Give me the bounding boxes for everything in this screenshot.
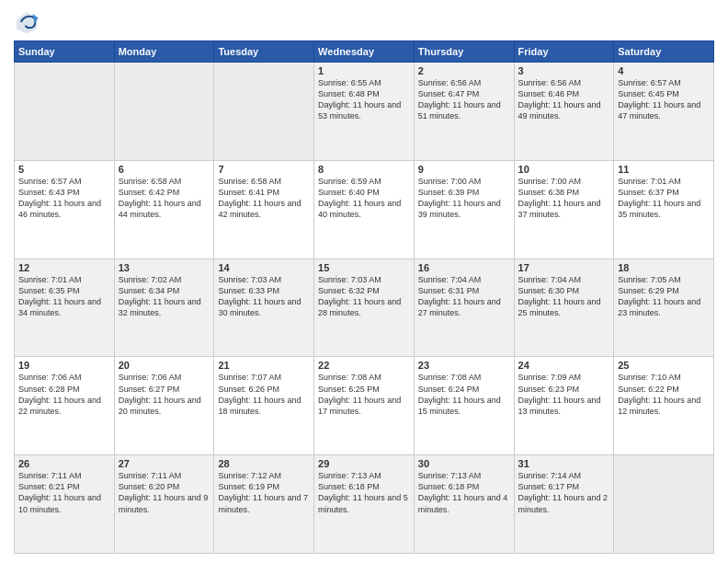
day-cell: 26 Sunrise: 7:11 AMSunset: 6:21 PMDaylig… (15, 455, 115, 554)
day-cell: 3 Sunrise: 6:56 AMSunset: 6:46 PMDayligh… (514, 63, 614, 161)
day-cell: 15 Sunrise: 7:03 AMSunset: 6:32 PMDaylig… (314, 259, 415, 357)
day-cell: 22 Sunrise: 7:08 AMSunset: 6:25 PMDaylig… (314, 357, 415, 455)
day-number: 14 (218, 262, 310, 273)
day-info: Sunrise: 7:05 AMSunset: 6:29 PMDaylight:… (618, 274, 710, 319)
day-number: 13 (119, 262, 210, 273)
day-number: 11 (618, 164, 710, 175)
day-number: 15 (318, 262, 410, 273)
logo-icon (14, 9, 40, 35)
day-info: Sunrise: 7:11 AMSunset: 6:20 PMDaylight:… (119, 470, 210, 515)
weekday-header-thursday: Thursday (414, 41, 514, 63)
weekday-header-friday: Friday (514, 41, 614, 63)
day-info: Sunrise: 6:56 AMSunset: 6:47 PMDaylight:… (418, 77, 510, 122)
day-info: Sunrise: 6:57 AMSunset: 6:45 PMDaylight:… (618, 77, 710, 122)
day-info: Sunrise: 7:11 AMSunset: 6:21 PMDaylight:… (18, 470, 110, 515)
day-number: 20 (119, 360, 210, 371)
weekday-header-sunday: Sunday (15, 41, 115, 63)
day-info: Sunrise: 7:14 AMSunset: 6:17 PMDaylight:… (518, 470, 610, 515)
day-number: 23 (418, 360, 510, 371)
day-cell: 28 Sunrise: 7:12 AMSunset: 6:19 PMDaylig… (214, 455, 314, 554)
day-info: Sunrise: 7:13 AMSunset: 6:18 PMDaylight:… (318, 470, 410, 515)
day-number: 27 (119, 458, 210, 469)
day-number: 10 (518, 164, 610, 175)
day-cell: 30 Sunrise: 7:13 AMSunset: 6:18 PMDaylig… (414, 455, 514, 554)
week-row-0: 1 Sunrise: 6:55 AMSunset: 6:48 PMDayligh… (15, 63, 714, 161)
day-cell: 25 Sunrise: 7:10 AMSunset: 6:22 PMDaylig… (614, 357, 714, 455)
day-info: Sunrise: 7:00 AMSunset: 6:38 PMDaylight:… (518, 176, 610, 221)
day-info: Sunrise: 7:01 AMSunset: 6:37 PMDaylight:… (618, 176, 710, 221)
day-cell (614, 455, 714, 554)
day-number: 8 (318, 164, 410, 175)
day-cell: 1 Sunrise: 6:55 AMSunset: 6:48 PMDayligh… (314, 63, 415, 161)
day-cell: 20 Sunrise: 7:06 AMSunset: 6:27 PMDaylig… (114, 357, 214, 455)
day-number: 29 (318, 458, 410, 469)
day-info: Sunrise: 6:55 AMSunset: 6:48 PMDaylight:… (318, 77, 410, 122)
day-cell: 4 Sunrise: 6:57 AMSunset: 6:45 PMDayligh… (614, 63, 714, 161)
logo (14, 9, 43, 35)
day-number: 28 (218, 458, 310, 469)
weekday-header-saturday: Saturday (614, 41, 714, 63)
day-info: Sunrise: 7:04 AMSunset: 6:31 PMDaylight:… (418, 274, 510, 319)
day-cell (214, 63, 314, 161)
day-info: Sunrise: 6:58 AMSunset: 6:42 PMDaylight:… (119, 176, 210, 221)
day-cell: 11 Sunrise: 7:01 AMSunset: 6:37 PMDaylig… (614, 160, 714, 259)
day-number: 3 (518, 65, 610, 76)
day-info: Sunrise: 7:13 AMSunset: 6:18 PMDaylight:… (418, 470, 510, 515)
day-number: 16 (418, 262, 510, 273)
day-number: 7 (218, 164, 310, 175)
day-number: 2 (418, 65, 510, 76)
day-number: 9 (418, 164, 510, 175)
day-number: 19 (18, 360, 110, 371)
day-number: 5 (18, 164, 110, 175)
day-cell: 14 Sunrise: 7:03 AMSunset: 6:33 PMDaylig… (214, 259, 314, 357)
week-row-4: 26 Sunrise: 7:11 AMSunset: 6:21 PMDaylig… (15, 455, 714, 554)
day-cell: 27 Sunrise: 7:11 AMSunset: 6:20 PMDaylig… (114, 455, 214, 554)
day-cell (15, 63, 115, 161)
day-info: Sunrise: 7:06 AMSunset: 6:27 PMDaylight:… (119, 372, 210, 417)
day-info: Sunrise: 7:00 AMSunset: 6:39 PMDaylight:… (418, 176, 510, 221)
day-cell: 18 Sunrise: 7:05 AMSunset: 6:29 PMDaylig… (614, 259, 714, 357)
day-cell: 10 Sunrise: 7:00 AMSunset: 6:38 PMDaylig… (514, 160, 614, 259)
day-cell: 17 Sunrise: 7:04 AMSunset: 6:30 PMDaylig… (514, 259, 614, 357)
day-info: Sunrise: 6:59 AMSunset: 6:40 PMDaylight:… (318, 176, 410, 221)
week-row-1: 5 Sunrise: 6:57 AMSunset: 6:43 PMDayligh… (15, 160, 714, 259)
day-number: 6 (119, 164, 210, 175)
day-cell: 29 Sunrise: 7:13 AMSunset: 6:18 PMDaylig… (314, 455, 415, 554)
day-cell: 24 Sunrise: 7:09 AMSunset: 6:23 PMDaylig… (514, 357, 614, 455)
day-cell: 23 Sunrise: 7:08 AMSunset: 6:24 PMDaylig… (414, 357, 514, 455)
day-cell: 8 Sunrise: 6:59 AMSunset: 6:40 PMDayligh… (314, 160, 415, 259)
day-cell: 21 Sunrise: 7:07 AMSunset: 6:26 PMDaylig… (214, 357, 314, 455)
week-row-3: 19 Sunrise: 7:06 AMSunset: 6:28 PMDaylig… (15, 357, 714, 455)
day-cell: 6 Sunrise: 6:58 AMSunset: 6:42 PMDayligh… (114, 160, 214, 259)
week-row-2: 12 Sunrise: 7:01 AMSunset: 6:35 PMDaylig… (15, 259, 714, 357)
day-number: 21 (218, 360, 310, 371)
day-number: 25 (618, 360, 710, 371)
weekday-header-row: SundayMondayTuesdayWednesdayThursdayFrid… (15, 41, 714, 63)
day-info: Sunrise: 7:12 AMSunset: 6:19 PMDaylight:… (218, 470, 310, 515)
day-number: 30 (418, 458, 510, 469)
day-number: 17 (518, 262, 610, 273)
day-number: 12 (18, 262, 110, 273)
day-info: Sunrise: 7:01 AMSunset: 6:35 PMDaylight:… (18, 274, 110, 319)
day-info: Sunrise: 7:10 AMSunset: 6:22 PMDaylight:… (618, 372, 710, 417)
day-cell: 7 Sunrise: 6:58 AMSunset: 6:41 PMDayligh… (214, 160, 314, 259)
day-cell: 31 Sunrise: 7:14 AMSunset: 6:17 PMDaylig… (514, 455, 614, 554)
day-info: Sunrise: 6:56 AMSunset: 6:46 PMDaylight:… (518, 77, 610, 122)
day-number: 1 (318, 65, 410, 76)
day-number: 31 (518, 458, 610, 469)
day-info: Sunrise: 7:02 AMSunset: 6:34 PMDaylight:… (119, 274, 210, 319)
day-info: Sunrise: 7:07 AMSunset: 6:26 PMDaylight:… (218, 372, 310, 417)
weekday-header-monday: Monday (114, 41, 214, 63)
day-cell: 13 Sunrise: 7:02 AMSunset: 6:34 PMDaylig… (114, 259, 214, 357)
day-cell: 2 Sunrise: 6:56 AMSunset: 6:47 PMDayligh… (414, 63, 514, 161)
day-info: Sunrise: 7:04 AMSunset: 6:30 PMDaylight:… (518, 274, 610, 319)
day-number: 22 (318, 360, 410, 371)
day-info: Sunrise: 7:03 AMSunset: 6:32 PMDaylight:… (318, 274, 410, 319)
day-info: Sunrise: 6:58 AMSunset: 6:41 PMDaylight:… (218, 176, 310, 221)
weekday-header-tuesday: Tuesday (214, 41, 314, 63)
day-cell: 12 Sunrise: 7:01 AMSunset: 6:35 PMDaylig… (15, 259, 115, 357)
header (14, 9, 714, 35)
day-info: Sunrise: 6:57 AMSunset: 6:43 PMDaylight:… (18, 176, 110, 221)
day-number: 18 (618, 262, 710, 273)
day-info: Sunrise: 7:03 AMSunset: 6:33 PMDaylight:… (218, 274, 310, 319)
